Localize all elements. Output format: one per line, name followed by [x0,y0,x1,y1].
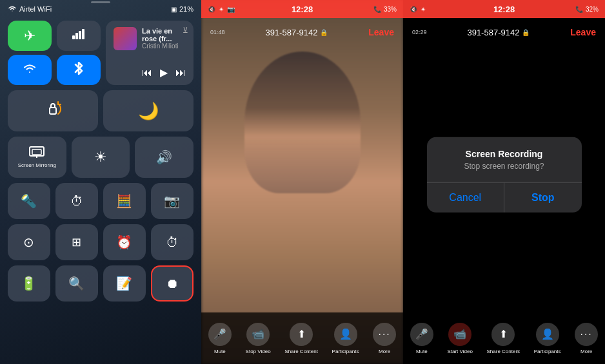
camera-tile[interactable]: 📷 [151,183,193,219]
share-btn[interactable]: ⬆ Share Content [284,323,318,354]
screen-recording-panel: 🔇 ✴ 12:28 📞 32% 02:29 391-587-9142 🔒 Lea… [403,0,605,364]
svg-rect-4 [50,108,56,114]
lock-rotation-tile[interactable] [8,90,98,131]
svg-rect-2 [79,31,81,39]
control-center-panel: Airtel WiFi ▣ 21% ✈ [0,0,201,364]
svg-rect-0 [72,35,75,39]
share-icon-3-container: ⬆ [491,323,515,346]
person-figure [244,52,361,193]
brightness-tile[interactable]: ☀ [72,137,130,178]
status-right-3: 📞 32% [575,6,599,13]
bt-col [57,21,101,85]
time-3: 12:28 [493,5,515,14]
leave-button-3[interactable]: Leave [570,27,596,37]
wifi-tile[interactable] [8,55,52,85]
more-icon-3: ··· [580,329,592,340]
accessibility-tile[interactable]: ⊙ [8,224,50,260]
stop-video-btn[interactable]: 📹 Stop Video [246,323,271,354]
screen-mirror-tile[interactable]: Screen Mirroring [8,137,66,178]
airplane-tile[interactable]: ✈ [8,21,52,51]
record-icon: ⏺ [166,276,179,291]
dialog-title: Screen Recording [427,148,582,158]
screen-mirror-label: Screen Mirroring [18,162,56,169]
calculator-icon: 🧮 [116,193,132,209]
media-controls: ⏮ ▶ ⏭ [114,66,186,79]
magnify-icon: 🔍 [68,276,84,291]
battery-tile[interactable]: 🔋 [8,265,50,302]
calculator-tile[interactable]: 🧮 [103,183,146,219]
alarm1-tile[interactable]: ⏰ [103,224,146,260]
status-left-3: 🔇 ✴ [410,6,426,13]
flashlight-icon: 🔦 [21,193,37,209]
do-not-disturb-tile[interactable]: 🌙 [103,90,193,131]
prev-btn[interactable]: ⏮ [142,67,152,79]
cellular-tile[interactable] [57,21,101,51]
share-icon: ⬆ [297,328,306,340]
call-number-3-container: 391-587-9142 🔒 [467,28,530,37]
speaker-icon-3: 🔇 [410,6,417,13]
notes-tile[interactable]: 📝 [103,265,146,302]
media-tile[interactable]: La vie en rose (fr... Cristin Milioti ⊻ … [106,21,193,85]
participants-btn[interactable]: 👤 Participants [332,323,359,354]
panel3-header: 02:29 391-587-9142 🔒 Leave [403,18,605,46]
qr-tile[interactable]: ⊞ [55,224,98,260]
stop-video-label: Stop Video [246,349,271,354]
stop-button[interactable]: Stop [504,182,582,212]
status-right-2: 📞 33% [373,6,397,13]
phone-icon-3: 📞 [575,6,583,13]
lock-icon-3: 🔒 [522,29,530,36]
wifi-icon [8,5,17,13]
cc-row4: 🔦 ⏱ 🧮 📷 [8,183,193,219]
mute-icon-3: 🎤 [415,328,428,340]
start-video-btn[interactable]: 📹 Start Video [447,323,472,354]
qr-icon: ⊞ [72,235,81,249]
alarm2-tile[interactable]: ⏱ [151,224,193,260]
share-label-3: Share Content [487,349,521,354]
network-col: ✈ [8,21,52,85]
share-icon-3: ⬆ [499,328,508,340]
status-bar-3: 🔇 ✴ 12:28 📞 32% [403,0,605,18]
start-video-label: Start Video [447,349,472,354]
battery-percent: 21% [179,5,193,13]
mute-btn-3[interactable]: 🎤 Mute [410,323,433,354]
mute-btn[interactable]: 🎤 Mute [208,323,232,354]
cc-row1: ✈ [8,21,193,85]
panel3-controls: 🎤 Mute 📹 Start Video ⬆ Share Content 👤 P… [403,312,605,364]
status-left-2: 🔇 ✴ 📷 [208,6,235,13]
bluetooth-tile[interactable] [57,55,101,85]
airplane-icon: ✈ [24,28,35,44]
facetime-panel: 🔇 ✴ 📷 12:28 📞 33% 01:48 391-587-9142 🔒 L… [201,0,403,364]
alarm1-icon: ⏰ [116,235,132,250]
leave-button[interactable]: Leave [368,27,394,37]
media-artist: Cristin Milioti [142,43,186,50]
battery-icon: 🔋 [21,276,37,291]
play-btn[interactable]: ▶ [160,66,168,79]
battery-2: 33% [384,6,397,13]
next-btn[interactable]: ⏭ [175,67,186,79]
volume-icon: 🔊 [156,149,172,165]
share-btn-3[interactable]: ⬆ Share Content [487,323,521,354]
mute-icon-container: 🎤 [208,323,232,346]
carrier-name: Airtel WiFi [19,5,52,13]
media-title: La vie en rose (fr... [142,27,186,43]
more-btn-3[interactable]: ··· More [575,323,598,354]
cancel-button[interactable]: Cancel [427,182,505,212]
time-2: 12:28 [292,5,313,14]
lock-rotation-icon [44,100,62,122]
stop-video-icon: 📹 [252,328,264,340]
timer-tile[interactable]: ⏱ [55,183,98,219]
record-tile[interactable]: ⏺ [151,265,193,302]
call-number: 391-587-9142 [265,28,317,37]
notes-icon: 📝 [116,276,132,291]
volume-tile[interactable]: 🔊 [135,137,193,178]
participants-btn-3[interactable]: 👤 Participants [534,323,561,354]
svg-rect-3 [82,29,84,39]
more-btn[interactable]: ··· More [373,323,396,354]
cc-row2: 🌙 [8,90,193,131]
timer-icon: ⏱ [70,194,83,209]
more-label-3: More [580,349,592,354]
magnify-tile[interactable]: 🔍 [55,265,98,302]
participants-icon-3: 👤 [541,328,554,340]
dialog-buttons: Cancel Stop [427,182,582,212]
flashlight-tile[interactable]: 🔦 [8,183,50,219]
